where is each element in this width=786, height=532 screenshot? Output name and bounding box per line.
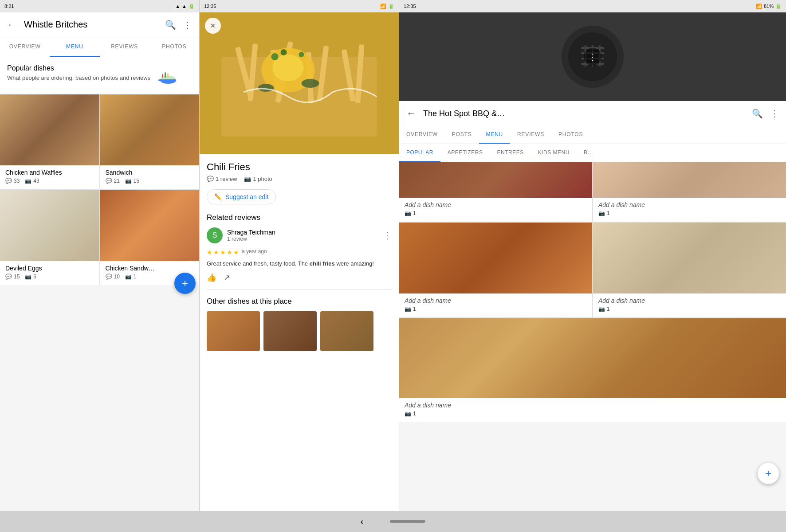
svg-point-18 [299, 52, 304, 57]
bottom-navigation: ‹ [0, 511, 786, 532]
back-button-panel1[interactable]: ← [7, 19, 17, 31]
page-title-panel3: The Hot Spot BBQ &… [423, 109, 745, 118]
svg-point-20 [302, 79, 319, 88]
more-button-panel3[interactable]: ⋮ [584, 48, 601, 66]
reviews-icon-2: 💬 [5, 274, 12, 280]
search-button-panel3[interactable]: 🔍 [752, 108, 763, 119]
reviewer-info: S Shraga Teichman 1 review [207, 227, 275, 243]
dish-hero-image: × [200, 12, 399, 154]
menu-item-name-3: Add a dish name [598, 297, 781, 304]
edit-icon: ✏️ [214, 193, 222, 200]
menu-item-card-0[interactable]: Add a dish name 📷 1 [399, 162, 592, 222]
close-button-panel2[interactable]: × [205, 18, 221, 34]
more-options-panel3[interactable]: ⋮ [770, 108, 779, 119]
tabs-bar-panel1: OVERVIEW MENU REVIEWS PHOTOS [0, 37, 199, 57]
dish-card-2[interactable]: Deviled Eggs 💬15 📷6 [0, 190, 99, 285]
signal2-icon: 📶 [380, 4, 386, 9]
photos-icon-0: 📷 [25, 178, 31, 184]
svg-rect-4 [167, 73, 169, 78]
dish-img-3 [100, 190, 200, 261]
reviewer-avatar: S [207, 227, 223, 243]
tab-overview-panel1[interactable]: OVERVIEW [0, 37, 50, 57]
menu-item-card-4[interactable]: Add a dish name 📷 1 [399, 318, 786, 422]
tab-reviews-panel1[interactable]: REVIEWS [100, 37, 149, 57]
panel3-main-tabs: OVERVIEW POSTS MENU REVIEWS PHOTOS [399, 126, 786, 144]
menu-item-stat-3: 📷 1 [598, 306, 781, 312]
menu-cat-more[interactable]: B… [577, 144, 600, 162]
menu-item-stat-2: 📷 1 [405, 306, 587, 312]
photo-count: 1 photo [253, 176, 272, 182]
camera-icon-3: 📷 [598, 306, 605, 312]
reviewer-name: Shraga Teichman [227, 229, 275, 236]
thumbs-up-button[interactable]: 👍 [207, 273, 216, 282]
reviews-icon-3: 💬 [106, 274, 112, 280]
review-more-icon[interactable]: ⋮ [383, 230, 392, 241]
wifi-icon: ▲ [182, 4, 187, 9]
menu-item-card-2[interactable]: Add a dish name 📷 1 [399, 223, 592, 317]
svg-rect-1 [158, 79, 176, 81]
app-header-panel3: ← The Hot Spot BBQ &… 🔍 ⋮ [399, 101, 786, 126]
search-button-panel1[interactable]: 🔍 [165, 20, 176, 30]
review-card-0: S Shraga Teichman 1 review ⋮ ★★★★★ a yea… [207, 227, 392, 290]
status-time-panel2: 12:35 [204, 4, 216, 9]
tab-posts-panel3[interactable]: POSTS [445, 126, 479, 144]
battery-icon: 🔋 [189, 4, 195, 9]
menu-cat-popular[interactable]: POPULAR [399, 144, 440, 162]
svg-point-21 [258, 84, 274, 92]
camera-icon-4: 📷 [405, 411, 411, 417]
menu-item-card-3[interactable]: Add a dish name 📷 1 [593, 223, 786, 317]
menu-item-img-0 [399, 162, 592, 198]
dish-stats-1: 💬21 📷15 [106, 178, 194, 184]
other-dish-0[interactable] [207, 311, 260, 351]
review-time: a year ago [242, 248, 267, 254]
dish-name-3: Chicken Sandw… [106, 265, 194, 272]
svg-point-19 [281, 49, 287, 55]
dish-name-2: Deviled Eggs [5, 265, 94, 272]
dish-stats-0: 💬33 📷43 [5, 178, 94, 184]
svg-rect-3 [165, 72, 166, 78]
battery2-icon: 🔋 [388, 4, 394, 9]
dish-img-0 [0, 94, 99, 165]
tab-menu-panel3[interactable]: MENU [479, 126, 511, 144]
back-nav-button[interactable]: ‹ [361, 516, 364, 527]
photos-icon-2: 📷 [25, 274, 31, 280]
dish-stats-2: 💬15 📷6 [5, 274, 94, 280]
suggest-edit-button[interactable]: ✏️ Suggest an edit [207, 189, 276, 204]
dish-card-1[interactable]: Sandwich 💬21 📷15 [100, 94, 200, 189]
popular-dishes-header: Popular dishes What people are ordering,… [0, 57, 199, 94]
dish-name-1: Sandwich [106, 169, 194, 176]
menu-cat-entrees[interactable]: ENTREES [490, 144, 531, 162]
camera-icon-0: 📷 [405, 210, 411, 216]
signal-icon: ▲ [175, 4, 180, 9]
app-header-panel1: ← Whistle Britches 🔍 ⋮ [0, 12, 199, 37]
tab-photos-panel3[interactable]: PHOTOS [551, 126, 590, 144]
dish-card-0[interactable]: Chicken and Waffles 💬33 📷43 [0, 94, 99, 189]
fab-plus-icon-panel3: + [765, 467, 771, 480]
share-button[interactable]: ↗ [224, 273, 230, 282]
menu-cat-kids[interactable]: KIDS MENU [531, 144, 577, 162]
menu-cat-appetizers[interactable]: APPETIZERS [440, 144, 490, 162]
reviews-icon-0: 💬 [5, 178, 12, 184]
photo-count-icon: 📷 [244, 176, 251, 182]
tab-reviews-panel3[interactable]: REVIEWS [510, 126, 551, 144]
panel2-content: Chili Fries 💬 1 review 📷 1 photo ✏️ Sugg… [200, 154, 399, 511]
close-icon: × [211, 21, 216, 31]
dish-detail-title: Chili Fries [207, 161, 392, 173]
camera-icon-2: 📷 [405, 306, 411, 312]
tab-overview-panel3[interactable]: OVERVIEW [399, 126, 445, 144]
fab-add-dish[interactable]: + [174, 273, 196, 294]
page-title-panel1: Whistle Britches [24, 20, 158, 30]
other-dish-2[interactable] [320, 311, 373, 351]
photos-icon-1: 📷 [125, 178, 132, 184]
tab-photos-panel1[interactable]: PHOTOS [149, 37, 199, 57]
back-button-panel3[interactable]: ← [406, 108, 416, 119]
fab-panel3[interactable]: + [758, 463, 779, 484]
menu-item-card-1[interactable]: Add a dish name 📷 1 [593, 162, 786, 222]
more-button-panel1[interactable]: ⋮ [183, 20, 192, 30]
dish-img-2 [0, 190, 99, 261]
dish-card-3[interactable]: Chicken Sandw… 💬10 📷1 + [100, 190, 200, 285]
menu-items-grid: Add a dish name 📷 1 Add a dish name 📷 1 [399, 162, 786, 422]
tab-menu-panel1[interactable]: MENU [50, 37, 99, 57]
panel3-body: Add a dish name 📷 1 Add a dish name 📷 1 [399, 162, 786, 511]
other-dish-1[interactable] [263, 311, 317, 351]
